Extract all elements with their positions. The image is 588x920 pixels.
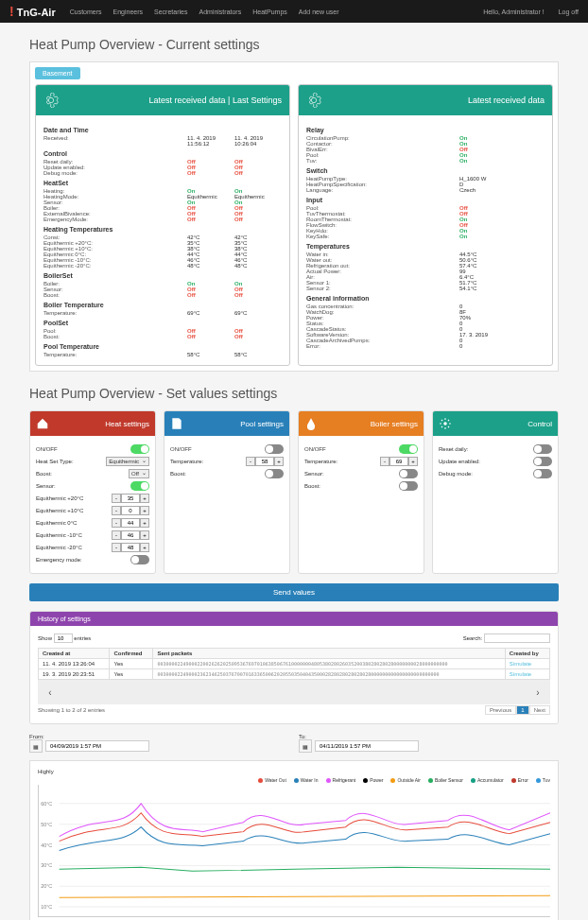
home-icon xyxy=(36,417,49,430)
eq-stepper[interactable]: -+ xyxy=(112,543,149,552)
logo: ! TnG-Air xyxy=(9,4,56,19)
heat-type-select[interactable]: Equithermic xyxy=(106,457,149,466)
reset-toggle[interactable] xyxy=(533,444,552,454)
panel2-title: Latest received data xyxy=(321,95,545,105)
logoff-link[interactable]: Log off xyxy=(559,9,579,15)
boiler-temp-stepper[interactable]: -+ xyxy=(380,457,418,466)
drop-icon xyxy=(304,417,318,430)
emergency-toggle[interactable] xyxy=(130,555,149,564)
top-navbar: ! TnG-Air Customers Engineers Secretarie… xyxy=(0,0,588,23)
page-title-2: Heat Pump Overview - Set values settings xyxy=(29,386,559,401)
heat-boost-select[interactable]: Off xyxy=(129,469,149,478)
panel-latest-data: Latest received data RelayCirculationPum… xyxy=(298,84,553,366)
page-title-1: Heat Pump Overview - Current settings xyxy=(29,37,559,52)
table-row[interactable]: 11. 4. 2019 13:26:04Yes00300002249000220… xyxy=(39,659,550,669)
calendar-icon[interactable]: ▦ xyxy=(299,739,312,753)
nav-engineers[interactable]: Engineers xyxy=(113,9,144,15)
svg-text:10°C: 10°C xyxy=(41,904,52,910)
svg-text:20°C: 20°C xyxy=(41,883,52,889)
tab-basement[interactable]: Basement xyxy=(35,67,80,79)
from-date-input[interactable] xyxy=(45,740,149,752)
panel1-title: Latest received data | Last Settings xyxy=(59,95,282,105)
pager-prev-icon[interactable]: ‹ xyxy=(43,685,58,700)
boiler-sensor-toggle[interactable] xyxy=(399,469,418,478)
pool-settings-panel: Pool settings ON/OFF Temperature:-+ Boos… xyxy=(164,410,290,574)
svg-text:60°C: 60°C xyxy=(41,801,52,807)
show-count-input[interactable] xyxy=(54,634,73,643)
gear-icon xyxy=(306,93,321,108)
nav-secretaries[interactable]: Secretaries xyxy=(154,9,187,15)
eq-stepper[interactable]: -+ xyxy=(112,506,149,515)
pager-next-icon[interactable]: › xyxy=(530,685,545,700)
pager-next[interactable]: Next xyxy=(529,705,550,715)
svg-text:50°C: 50°C xyxy=(41,822,52,827)
nav-customers[interactable]: Customers xyxy=(70,9,102,15)
nav-administrators[interactable]: Administrators xyxy=(199,9,241,15)
greeting: Hello, Administrator ! xyxy=(483,9,545,15)
debug-toggle[interactable] xyxy=(533,469,552,478)
main-chart: Highly Water OutWater InRefrigerantPower… xyxy=(29,760,559,920)
pager-previous[interactable]: Previous xyxy=(485,705,516,715)
history-search-input[interactable] xyxy=(484,634,550,643)
nav-add-user[interactable]: Add new user xyxy=(299,9,339,15)
gear-icon xyxy=(439,417,452,430)
nav-heatpumps[interactable]: HeatPumps xyxy=(252,9,287,15)
pool-onoff-toggle[interactable] xyxy=(265,444,284,454)
pool-boost-toggle[interactable] xyxy=(265,469,284,478)
history-panel: History of settings Show entries Search:… xyxy=(29,611,559,724)
history-table: Created atConfirmedSent packetsCreated b… xyxy=(38,648,550,680)
boiler-boost-toggle[interactable] xyxy=(399,481,418,491)
eq-stepper[interactable]: -+ xyxy=(112,494,149,503)
heat-onoff-toggle[interactable] xyxy=(130,444,149,454)
heat-settings-panel: Heat settings ON/OFFHeat Set Type:Equith… xyxy=(29,410,156,574)
svg-point-0 xyxy=(443,422,447,425)
pager-page-1[interactable]: 1 xyxy=(516,705,528,715)
calendar-icon[interactable]: ▦ xyxy=(29,739,43,753)
svg-text:40°C: 40°C xyxy=(41,842,52,848)
pool-temp-stepper[interactable]: -+ xyxy=(246,457,284,466)
top-nav: Customers Engineers Secretaries Administ… xyxy=(70,9,469,15)
eq-stepper[interactable]: -+ xyxy=(112,530,149,540)
panel-last-settings: Latest received data | Last Settings Dat… xyxy=(35,84,290,366)
file-icon xyxy=(170,417,183,430)
gear-icon xyxy=(43,93,59,108)
heat-sensor-toggle[interactable] xyxy=(130,481,149,491)
boiler-settings-panel: Boiler settings ON/OFF Temperature:-+ Se… xyxy=(298,410,424,574)
send-values-button[interactable]: Send values xyxy=(29,583,559,601)
boiler-onoff-toggle[interactable] xyxy=(399,444,418,454)
to-date-input[interactable] xyxy=(315,740,419,752)
eq-stepper[interactable]: -+ xyxy=(112,518,149,528)
table-row[interactable]: 19. 3. 2019 20:23:51Yes00300002249000236… xyxy=(39,669,550,680)
update-toggle[interactable] xyxy=(533,457,552,466)
control-settings-panel: Control Reset daily: Update enabled: Deb… xyxy=(432,410,559,574)
svg-text:30°C: 30°C xyxy=(41,863,52,869)
